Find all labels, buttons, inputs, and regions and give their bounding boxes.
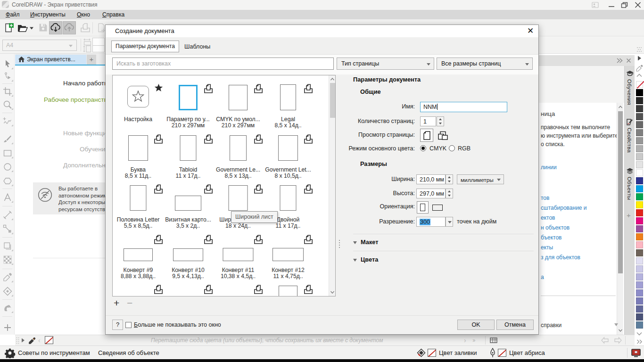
text-tool[interactable] xyxy=(3,193,12,202)
cloud-download-icon[interactable] xyxy=(49,21,62,34)
welcome-nav-learning[interactable]: Обучение xyxy=(80,146,109,153)
new-document-icon[interactable] xyxy=(4,23,14,33)
color-swatch[interactable] xyxy=(636,209,643,216)
color-swatch[interactable] xyxy=(636,257,643,264)
menu-tools[interactable]: Инструменты xyxy=(30,11,66,18)
color-swatch[interactable] xyxy=(636,153,643,160)
pick-tool[interactable] xyxy=(3,59,12,69)
docpalette-scroll-left-icon[interactable]: ‹ xyxy=(38,337,41,344)
template-item[interactable]: Government Let... 8 x 10,5д.. xyxy=(263,132,313,181)
name-input[interactable]: NNM xyxy=(420,102,507,112)
landscape-icon[interactable] xyxy=(432,205,443,211)
scroll-down-icon[interactable] xyxy=(330,290,334,294)
panel-splitter[interactable] xyxy=(339,240,340,248)
scroll-thumb[interactable] xyxy=(618,111,623,273)
colors-collapse-icon[interactable] xyxy=(353,259,357,263)
docker-link[interactable]: тов xyxy=(541,195,549,201)
template-item[interactable]: Визитная карто... 3,5 x 2д.. xyxy=(163,181,213,231)
rectangle-tool[interactable] xyxy=(3,148,12,158)
docker-scrollbar[interactable] xyxy=(617,103,623,335)
docpalette-options-icon[interactable] xyxy=(489,336,498,345)
new-tab-button[interactable]: + xyxy=(87,55,96,65)
facing-pages-button[interactable] xyxy=(437,131,448,141)
color-swatch[interactable] xyxy=(636,289,643,296)
color-swatch[interactable] xyxy=(636,225,643,232)
docker-link[interactable]: бъектов xyxy=(541,234,561,241)
template-item[interactable]: Двойной 11 x 17д.. xyxy=(263,181,313,231)
close-icon[interactable] xyxy=(626,58,631,63)
pages-spinner[interactable] xyxy=(437,116,444,126)
resolution-dropdown-button[interactable] xyxy=(446,217,453,227)
template-scrollbar[interactable] xyxy=(329,75,335,296)
effect-tool[interactable] xyxy=(3,241,12,251)
artistic-media-tool[interactable] xyxy=(3,134,12,144)
color-swatch[interactable] xyxy=(636,241,643,248)
minimize-button[interactable] xyxy=(605,0,618,10)
color-swatch[interactable] xyxy=(636,305,643,313)
template-item[interactable]: Tabloid 11 x 17д.. xyxy=(163,132,213,181)
template-item[interactable]: Настройка xyxy=(113,81,163,131)
rgb-radio[interactable] xyxy=(449,145,455,151)
shape-tool[interactable] xyxy=(3,72,12,81)
docker-link[interactable]: сштабирование и xyxy=(541,205,587,211)
portrait-button[interactable] xyxy=(417,201,429,214)
docker-tab-properties[interactable]: Свойства xyxy=(625,117,635,154)
connector-tool[interactable] xyxy=(3,224,12,234)
docpalette-eyedropper-icon[interactable] xyxy=(28,336,36,345)
layout-collapse-icon[interactable] xyxy=(353,241,357,246)
single-page-view-button[interactable] xyxy=(420,129,433,142)
welcome-nav-new-features[interactable]: Новые функции xyxy=(63,130,110,137)
help-button[interactable]: ? xyxy=(112,320,123,330)
docker-link[interactable]: з для объектов xyxy=(541,254,580,261)
scroll-up-icon[interactable] xyxy=(330,77,334,81)
template-item[interactable]: Government Le... 8,5 x 13д.. xyxy=(213,132,263,181)
scroll-up-icon[interactable] xyxy=(619,105,622,109)
height-spinner[interactable] xyxy=(446,189,453,198)
cancel-button[interactable]: Отмена xyxy=(496,320,534,330)
expand-right-icon[interactable] xyxy=(616,58,623,63)
color-swatch[interactable] xyxy=(636,265,643,272)
add-tools-button[interactable] xyxy=(3,323,12,332)
docker-link[interactable]: а xyxy=(541,274,544,280)
color-swatch[interactable] xyxy=(636,193,643,200)
color-swatch[interactable] xyxy=(636,201,643,208)
template-item[interactable]: Буква 8,5 x 11д.. xyxy=(113,132,163,181)
scroll-thumb[interactable] xyxy=(330,83,335,118)
pages-input[interactable]: 1 xyxy=(420,116,436,126)
close-button[interactable] xyxy=(631,0,644,10)
template-item[interactable]: CMYK по умол... 210 x 297мм xyxy=(213,81,263,131)
template-item[interactable]: Широкий лист 18 x 24д.. xyxy=(213,181,263,231)
docpalette-scroll-right-icon[interactable]: › xyxy=(464,337,466,344)
restore-button[interactable] xyxy=(618,0,631,10)
color-swatch[interactable] xyxy=(636,217,643,224)
add-docker-button[interactable]: + xyxy=(627,211,631,219)
palette-drag-handle[interactable] xyxy=(636,47,642,53)
color-swatch[interactable] xyxy=(636,105,643,112)
dont-show-label[interactable]: Больше не показывать это окно xyxy=(134,321,221,328)
color-swatch[interactable] xyxy=(636,161,643,168)
color-swatch[interactable] xyxy=(636,185,643,192)
template-item[interactable] xyxy=(263,282,313,296)
template-item[interactable]: Конверт #11 10,38 x 4,5д.. xyxy=(213,232,263,282)
combo-chevron-icon[interactable] xyxy=(614,323,618,328)
template-item[interactable] xyxy=(213,282,263,296)
docpalette-drag-handle[interactable] xyxy=(16,337,19,344)
color-swatch[interactable] xyxy=(636,169,643,176)
color-swatch[interactable] xyxy=(636,129,643,136)
cloud-upload-icon[interactable] xyxy=(63,21,76,34)
docpalette-scroll-end-icon[interactable]: ›› xyxy=(472,337,475,344)
docker-link[interactable]: ектов xyxy=(541,214,555,221)
width-spinner[interactable] xyxy=(446,174,453,184)
open-dropdown-icon[interactable] xyxy=(29,26,34,30)
width-input[interactable]: 210,0 мм xyxy=(416,174,446,184)
menu-help[interactable]: Справка xyxy=(102,11,124,18)
color-swatch[interactable] xyxy=(636,273,643,280)
page-type-dropdown[interactable]: Тип страницы xyxy=(337,58,434,70)
resolution-combo[interactable]: 300 xyxy=(416,217,446,227)
template-item[interactable]: Конверт #10 9,5 x 4,13д.. xyxy=(163,232,213,282)
gear-dropdown-icon[interactable] xyxy=(13,354,16,358)
palette-scroll-down-icon[interactable] xyxy=(636,332,642,336)
template-item[interactable]: Параметр по у... 210 x 297мм xyxy=(163,81,213,131)
color-swatch[interactable] xyxy=(636,321,643,329)
page-size-combo[interactable]: A4 xyxy=(2,40,77,51)
